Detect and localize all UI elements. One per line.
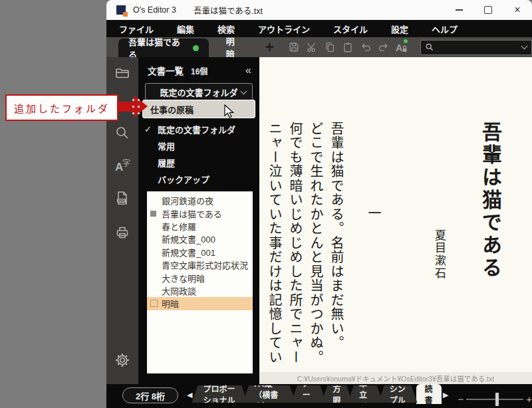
save-icon [288, 41, 300, 53]
view-tab-simple[interactable]: シンプル [378, 385, 418, 403]
chevron-down-icon [241, 88, 247, 94]
menu-settings[interactable]: 設定 [391, 23, 408, 35]
cursor-position-button[interactable]: 2行 8桁 [122, 387, 178, 403]
annotation-handle-dot [138, 106, 140, 108]
dropdown-item-label: 履歴 [158, 156, 175, 169]
view-tabs-scroll-left-icon[interactable]: ◀ [187, 391, 192, 399]
dropdown-item-history[interactable]: 履歴 [138, 154, 259, 171]
view-tab-a4[interactable]: A4縦（横書き） [243, 385, 295, 403]
open-document-marker-icon [150, 300, 158, 307]
app-window: O's Editor 3 吾輩は猫である.txt × ファイル 編集 検索 アウ… [106, 0, 532, 408]
list-item[interactable]: 新規文書_001 [147, 246, 253, 258]
new-tab-button[interactable]: + [265, 39, 274, 56]
dropdown-item-label: バックアップ [158, 173, 209, 185]
dropdown-item-default[interactable]: ✓ 既定の文書フォルダ [138, 121, 259, 138]
sidebar-search-button[interactable] [114, 125, 130, 141]
annotation-handle-dot [132, 112, 134, 114]
doc-tab-active[interactable]: 吾輩は猫である [118, 39, 209, 57]
document-name: 大きな明暗 [162, 272, 205, 284]
list-item[interactable]: 青空文庫形式対応状況 [147, 258, 253, 271]
dropdown-item-common[interactable]: 常用 [138, 138, 259, 154]
pdf-export-button[interactable]: PDF [114, 190, 130, 206]
list-item[interactable]: 春と修羅 [147, 220, 253, 233]
list-item[interactable]: 大きな明暗 [147, 271, 253, 284]
list-item[interactable]: 新規文書_000 [147, 233, 253, 245]
mouse-cursor-icon [224, 104, 234, 119]
dropdown-item-backup[interactable]: バックアップ [138, 171, 259, 187]
view-tabs-scroll-right-icon[interactable]: ▶ [443, 391, 448, 399]
window-controls: × [444, 0, 532, 20]
title-bar: O's Editor 3 吾輩は猫である.txt × [106, 0, 532, 20]
list-item[interactable]: 銀河鉄道の夜 [147, 194, 253, 207]
pdf-icon: PDF [114, 189, 130, 207]
copy-button[interactable] [323, 40, 336, 54]
redo-button[interactable] [377, 40, 390, 54]
file-path-bar: C:¥Users¥onuma¥ドキュメント¥OsEditor3¥吾輩は猫である.… [259, 372, 532, 384]
view-tab-reading-active[interactable]: 読書 [416, 384, 442, 404]
cut-button[interactable] [305, 40, 319, 54]
folder-select-dropdown[interactable]: 既定の文書フォルダ [145, 83, 253, 100]
font-kanji: 字 [122, 157, 130, 168]
menu-edit[interactable]: 編集 [177, 23, 194, 35]
view-tab-proportional[interactable]: プロポーショナル [192, 385, 247, 403]
svg-text:A: A [396, 43, 402, 53]
copy-icon [324, 41, 336, 53]
minimize-button[interactable] [444, 0, 473, 20]
zoom-slider: − + [458, 393, 532, 405]
document-list: 銀河鉄道の夜 吾輩は猫である 春と修羅 新規文書_000 新規文書_001 青空… [147, 191, 253, 373]
document-name: 吾輩は猫である [162, 207, 222, 220]
chapter-number: 一 [364, 122, 384, 368]
menu-style[interactable]: スタイル [333, 23, 368, 35]
settings-button[interactable] [114, 352, 130, 368]
menu-file[interactable]: ファイル [119, 23, 154, 35]
document-name: 銀河鉄道の夜 [162, 194, 213, 207]
zoom-thumb[interactable] [495, 393, 499, 406]
zoom-out-icon[interactable]: − [458, 393, 464, 405]
font-settings-button[interactable]: A 字 [114, 158, 130, 174]
zoom-in-icon[interactable]: + [526, 393, 532, 405]
close-icon: × [514, 5, 520, 15]
list-item-selected[interactable]: 明暗 [147, 297, 253, 310]
menu-outline[interactable]: アウトライン [258, 23, 310, 35]
check-icon: ✓ [144, 124, 152, 134]
toolbar: A [287, 40, 408, 54]
status-bar: 2行 8桁 ◀ プロポーショナル A4縦（横書き） ノート 方眼 章立て シンプ… [106, 384, 532, 408]
dropdown-item-new-folder[interactable]: 仕事の原稿 [142, 100, 255, 118]
documents-folder-button[interactable] [114, 65, 130, 81]
font-lock-button[interactable]: A [395, 40, 408, 54]
print-button[interactable] [114, 225, 130, 241]
view-tab-note[interactable]: ノート [291, 385, 327, 403]
body-line: ニャー泣いていた事だけは記憶してい [264, 122, 285, 368]
redo-icon [378, 41, 390, 53]
undo-button[interactable] [359, 40, 372, 54]
maximize-icon [484, 6, 492, 14]
document-name: 明暗 [162, 297, 179, 310]
list-item[interactable]: 大岡政談 [147, 284, 253, 297]
search-input[interactable] [420, 40, 532, 55]
dropdown-item-label: 既定の文書フォルダ [158, 123, 235, 136]
maximize-button[interactable] [473, 0, 503, 20]
close-button[interactable]: × [503, 0, 532, 20]
editor-page[interactable]: 吾輩は猫である 夏目漱石 一 吾輩は猫である。名前はまだ無い。 どこで生れたかと… [259, 57, 532, 384]
search-icon [114, 124, 130, 142]
menu-help[interactable]: ヘルプ [432, 23, 458, 35]
app-logo-icon [116, 5, 126, 15]
undo-icon [360, 41, 372, 53]
view-tab-chapter[interactable]: 章立て [348, 385, 383, 403]
printer-icon [114, 224, 130, 241]
open-document-marker-icon [150, 211, 156, 217]
cut-icon [306, 41, 318, 53]
menu-search[interactable]: 検索 [217, 23, 235, 35]
view-mode-tabs: プロポーショナル A4縦（横書き） ノート 方眼 章立て シンプル 読書 [196, 385, 442, 404]
save-button[interactable] [287, 40, 301, 54]
zoom-track[interactable] [466, 399, 523, 400]
paste-button[interactable] [341, 40, 354, 54]
doc-tab-meian[interactable]: 明暗 [209, 35, 260, 60]
body-line: 何でも薄暗いじめじめした所でニャー [285, 122, 305, 368]
document-name: 青空文庫形式対応状況 [162, 258, 248, 271]
collapse-panel-icon[interactable]: « [245, 64, 251, 76]
view-tab-grid[interactable]: 方眼 [321, 385, 352, 403]
search-history-chevron-down-icon[interactable] [521, 43, 528, 50]
list-item[interactable]: 吾輩は猫である [147, 207, 253, 219]
unsaved-status-dot-icon [193, 45, 199, 51]
